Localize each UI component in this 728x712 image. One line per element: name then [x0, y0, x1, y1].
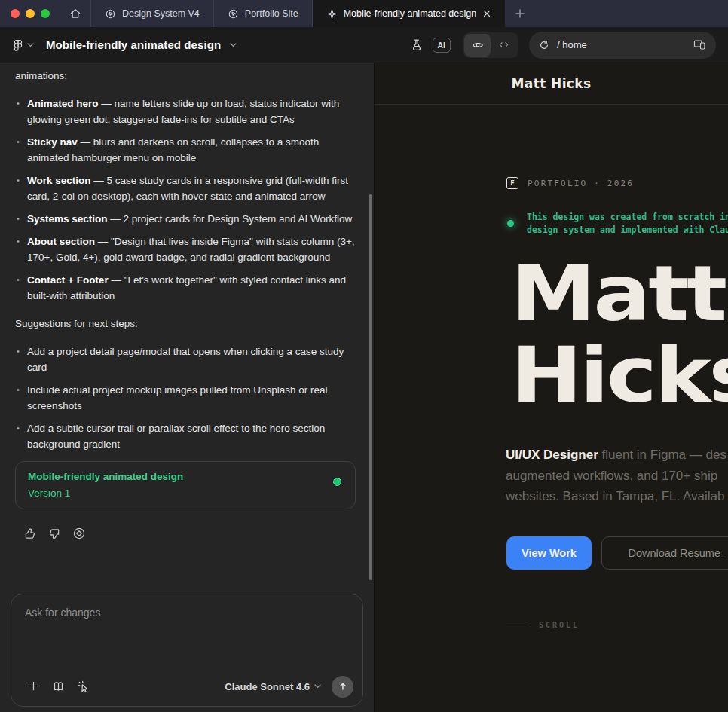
portfolio-badge-label: PORTFOLIO · 2026	[528, 179, 634, 188]
feedback-row	[22, 526, 356, 541]
refresh-icon[interactable]	[539, 40, 549, 50]
scroll-line	[506, 625, 529, 625]
preview-url-bar[interactable]: / home	[529, 32, 716, 59]
ai-badge[interactable]: AI	[433, 38, 451, 53]
close-window-button[interactable]	[11, 9, 20, 18]
tab-mobile-friendly-animated-design[interactable]: Mobile-friendly animated design	[312, 0, 505, 27]
minimize-window-button[interactable]	[26, 9, 35, 18]
document-title[interactable]: Mobile-friendly animated design	[46, 38, 221, 51]
version-status-dot	[333, 478, 341, 486]
figma-make-icon	[326, 8, 338, 20]
f-logo-box: F	[506, 177, 518, 189]
view-work-button[interactable]: View Work	[506, 536, 592, 570]
ask-for-changes-input[interactable]	[11, 594, 362, 664]
hero-description: UI/UX Designer fluent in Figma — des aug…	[506, 445, 726, 507]
tab-label: Portfolio Site	[245, 8, 298, 19]
list-item: Contact + Footer — "Let's work together"…	[15, 272, 356, 304]
list-item: Sticky nav — blurs and darkens on scroll…	[15, 134, 356, 166]
list-item: Systems section — 2 project cards for De…	[15, 211, 356, 227]
live-preview-panel: Matt Hicks F PORTFOLIO · 2026 This desig…	[375, 63, 728, 712]
arrow-up-icon	[338, 681, 348, 692]
url-path[interactable]: / home	[557, 39, 587, 50]
tab-label: Mobile-friendly animated design	[344, 8, 476, 19]
new-tab-button[interactable]	[505, 0, 535, 27]
tab-portfolio-site[interactable]: Portfolio Site	[213, 0, 312, 27]
guidelines-book-icon[interactable]	[52, 680, 65, 693]
portfolio-badge-row: F PORTFOLIO · 2026	[506, 177, 634, 189]
figma-file-icon	[105, 8, 116, 20]
responsive-devices-icon[interactable]	[693, 39, 706, 50]
zoom-window-button[interactable]	[41, 9, 50, 18]
thumbs-up-button[interactable]	[22, 526, 37, 541]
hero-cta-row: View Work Download Resume →	[506, 536, 728, 570]
window-tab-bar: Design System V4 Portfolio Site Mobile-f…	[0, 0, 728, 27]
status-note-text: This design was created from scratch in …	[527, 211, 728, 237]
model-selector[interactable]: Claude Sonnet 4.6	[225, 681, 321, 692]
home-button[interactable]	[60, 0, 90, 27]
chat-panel: animations: Animated hero — name letters…	[0, 63, 375, 712]
hero-name-heading: Matt Hicks	[511, 253, 728, 416]
figma-logo-icon[interactable]	[12, 39, 24, 51]
tab-label: Design System V4	[122, 8, 200, 19]
site-nav-title[interactable]: Matt Hicks	[511, 76, 591, 91]
figma-file-icon	[228, 8, 239, 20]
preview-site-nav: Matt Hicks	[375, 63, 728, 105]
point-and-edit-cursor-icon[interactable]	[78, 680, 90, 693]
home-icon	[69, 8, 81, 20]
list-item: Animated hero — name letters slide up on…	[15, 96, 356, 127]
model-label: Claude Sonnet 4.6	[225, 681, 310, 692]
plus-icon	[515, 8, 525, 19]
feature-bullet-list: Animated hero — name letters slide up on…	[15, 96, 356, 304]
list-item: Add a project detail page/modal that ope…	[15, 344, 356, 375]
suggestions-heading: Suggestions for next steps:	[15, 316, 356, 332]
list-item: Add a subtle cursor trail or parallax sc…	[15, 420, 356, 452]
scroll-label: SCROLL	[539, 621, 580, 629]
eye-icon	[472, 39, 484, 51]
green-status-dot	[507, 220, 514, 227]
code-view-toggle[interactable]	[491, 34, 517, 57]
suggestions-bullet-list: Add a project detail page/modal that ope…	[15, 344, 356, 452]
composer-toolbar: Claude Sonnet 4.6	[11, 667, 362, 706]
chevron-down-icon	[314, 684, 321, 689]
view-mode-segmented-control	[463, 32, 518, 58]
assistant-message: animations: Animated hero — name letters…	[0, 63, 374, 541]
traffic-lights	[0, 0, 60, 27]
chat-composer: Claude Sonnet 4.6	[11, 594, 363, 707]
version-card[interactable]: Mobile-friendly animated design Version …	[15, 461, 356, 509]
scroll-indicator: SCROLL	[506, 621, 580, 629]
toolbar: Mobile-friendly animated design AI	[0, 27, 728, 63]
chevron-down-icon[interactable]	[27, 43, 34, 47]
thumbs-down-button[interactable]	[47, 526, 62, 541]
download-resume-button[interactable]: Download Resume →	[601, 536, 728, 570]
close-tab-icon[interactable]	[482, 9, 491, 18]
status-note-row: This design was created from scratch in …	[507, 211, 728, 237]
preview-eye-toggle[interactable]	[464, 34, 491, 57]
code-icon	[498, 39, 509, 50]
chevron-down-icon[interactable]	[230, 43, 237, 47]
chat-scrollbar-thumb[interactable]	[369, 194, 372, 580]
send-button[interactable]	[332, 676, 353, 698]
restore-version-target-icon[interactable]	[72, 526, 87, 541]
version-card-subtitle: Version 1	[28, 485, 343, 502]
version-card-title: Mobile-friendly animated design	[28, 469, 343, 485]
experiments-flask-icon[interactable]	[410, 38, 424, 52]
attach-plus-icon[interactable]	[28, 680, 39, 693]
list-item: About section — "Design that lives insid…	[15, 234, 356, 265]
list-item: Work section — 5 case study cards in a r…	[15, 173, 356, 204]
list-item: Include actual project mockup images pul…	[15, 382, 356, 414]
tab-design-system-v4[interactable]: Design System V4	[90, 0, 213, 27]
message-intro: animations:	[15, 68, 356, 84]
role-label: UI/UX Designer	[506, 448, 598, 462]
